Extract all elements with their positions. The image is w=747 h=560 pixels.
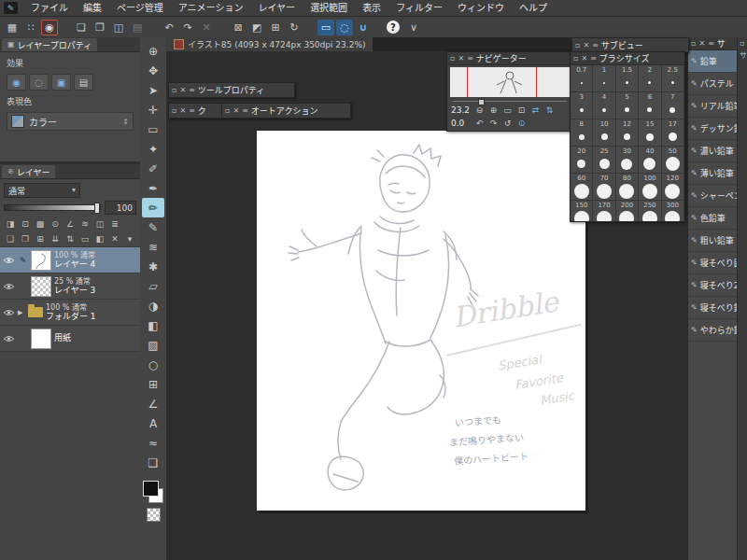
panel-close-icon[interactable]: ✕	[698, 40, 705, 48]
brush-size-cell[interactable]: 200	[616, 201, 639, 222]
panel-collapse-icon[interactable]: ▫	[450, 55, 455, 63]
layer-folder-row[interactable]: ▶ 100 % 通常 フォルダー 1	[0, 300, 140, 326]
panel-close-icon[interactable]: ✕	[458, 55, 464, 63]
menu-item[interactable]: ウィンドウ	[450, 0, 512, 16]
flip-horizontal-icon[interactable]: ⇄	[529, 105, 542, 116]
rotate-left-icon[interactable]: ↶	[473, 118, 486, 129]
actual-size-icon[interactable]: ⊡	[515, 105, 528, 116]
open-file-icon[interactable]: ❐	[92, 20, 108, 35]
panel-menu-icon[interactable]: ≡	[242, 107, 248, 115]
lock-transparent-pixels-icon[interactable]: ▩	[34, 217, 47, 230]
brush-size-cell[interactable]: 30	[616, 147, 639, 174]
apply-mask-icon[interactable]: ◧	[93, 232, 106, 245]
new-raster-layer-icon[interactable]: ❏	[4, 232, 17, 245]
opacity-slider-handle[interactable]	[94, 203, 100, 214]
layer-move-tool[interactable]: ✛	[142, 100, 164, 119]
lock-layer-icon[interactable]: ⊡	[19, 217, 32, 230]
brush-size-cell[interactable]: 15	[639, 119, 661, 147]
new-file-icon[interactable]: ❏	[73, 20, 90, 35]
panel-collapse-icon[interactable]: ▫	[573, 55, 578, 63]
app-logo-icon[interactable]: ✎	[4, 2, 18, 14]
brush-size-cell[interactable]: 2	[639, 65, 661, 92]
brush-size-cell[interactable]: 8	[571, 119, 593, 147]
subtool-item[interactable]: ✎ 濃い鉛筆	[688, 140, 738, 162]
panel-close-icon[interactable]: ✕	[179, 87, 186, 94]
menu-item[interactable]: 選択範囲	[303, 0, 355, 16]
visibility-eye-icon[interactable]	[3, 335, 15, 343]
brush-size-cell[interactable]: 25	[593, 147, 615, 174]
brush-size-cell[interactable]: 70	[593, 174, 615, 201]
deselect-icon[interactable]: ⊠	[230, 20, 247, 35]
brush-size-cell[interactable]: 60	[571, 174, 593, 201]
panel-collapse-icon[interactable]: ▫	[172, 87, 176, 94]
border-effect-icon[interactable]: ◉	[7, 74, 26, 91]
expression-color-select[interactable]: カラー ↕	[7, 112, 134, 131]
brush-size-cell[interactable]: 3	[571, 92, 593, 119]
ruler-tool[interactable]: ∠	[142, 394, 164, 413]
subtool-item[interactable]: ✎ 色鉛筆	[688, 207, 738, 230]
expand-selection-icon[interactable]: ⊞	[267, 20, 284, 35]
brush-size-panel[interactable]: ▫ ✕ ≡ ブラシサイズ 0.7 1 1.5 2	[570, 51, 685, 222]
help-icon[interactable]: ?	[387, 21, 400, 34]
zoom-value[interactable]: 23.2	[451, 105, 472, 115]
collapsed-panel-label[interactable]: サ	[738, 51, 747, 59]
selection-tool[interactable]: ▭	[142, 119, 164, 139]
selection-launcher-icon[interactable]: ▭	[317, 20, 334, 35]
subtool-item[interactable]: ✎ シャーペン	[688, 185, 738, 207]
brush-size-cell[interactable]: 100	[639, 174, 661, 201]
brush-size-cell[interactable]: 120	[662, 174, 684, 201]
auto-action-panel[interactable]: ▫ ✕ ≡ オートアクション	[221, 103, 351, 119]
zoom-tool[interactable]: ⊕	[142, 41, 164, 61]
brush-size-cell[interactable]: 12	[616, 119, 639, 147]
menu-item[interactable]: 編集	[76, 0, 109, 16]
snap-magnet-icon[interactable]: ∪	[355, 20, 372, 35]
text-tool[interactable]: A	[142, 413, 164, 433]
panel-menu-icon[interactable]: ≣	[108, 217, 121, 230]
rotate-right-icon[interactable]: ↷	[487, 118, 500, 129]
transfer-to-lower-icon[interactable]: ⇊	[49, 232, 62, 245]
layer-row-selected[interactable]: ✎ 100 % 通常 レイヤー 4	[0, 247, 140, 273]
panel-menu-icon[interactable]: ≡	[708, 40, 714, 48]
panel-collapse-icon[interactable]: ▫	[172, 107, 176, 115]
panel-close-icon[interactable]: ✕	[583, 42, 589, 49]
merge-with-lower-icon[interactable]: ⇅	[63, 232, 77, 245]
menu-item[interactable]: 表示	[355, 0, 388, 16]
save-file-icon[interactable]: ◫	[110, 20, 127, 35]
new-correction-layer-icon[interactable]: ⊞	[34, 232, 47, 245]
workspace-grid-icon[interactable]: ▦	[4, 20, 21, 35]
collapsed-palette-strip[interactable]: ▫ サ	[737, 37, 747, 560]
palette-dock-icon[interactable]: ∷	[22, 20, 39, 35]
enable-mask-icon[interactable]: ⊙	[49, 217, 62, 230]
fill-tool[interactable]: ◧	[142, 315, 164, 335]
flip-vertical-icon[interactable]: ⇅	[543, 105, 556, 116]
layer-panel-tab[interactable]: ≋ レイヤー	[2, 165, 55, 178]
subtool-item[interactable]: ✎ 寝そべり鉛	[688, 297, 738, 319]
expression-color-icon[interactable]: ▤	[74, 74, 93, 91]
brush-size-cell[interactable]: 2.5	[662, 65, 684, 92]
layer-thumbnail[interactable]	[31, 250, 51, 271]
operation-tool[interactable]: ➤	[142, 80, 164, 100]
panel-menu-icon[interactable]: ≡	[189, 87, 195, 94]
brush-size-cell[interactable]: 250	[639, 201, 661, 222]
undo-icon[interactable]: ↶	[161, 20, 177, 35]
brush-size-cell[interactable]: 1	[593, 65, 615, 92]
brush-size-cell[interactable]: 80	[616, 174, 639, 201]
paper-thumbnail[interactable]	[31, 329, 51, 349]
layer-row[interactable]: 25 % 通常 レイヤー 3	[0, 273, 140, 300]
brush-size-cell[interactable]: 6	[639, 92, 661, 119]
brush-size-cell[interactable]: 4	[593, 92, 615, 119]
subtool-item[interactable]: ✎ デッサン鉛	[688, 118, 738, 140]
menu-item[interactable]: ページ管理	[109, 0, 171, 16]
panel-menu-icon[interactable]: ≡	[189, 107, 195, 115]
pencil-tool[interactable]: ✏	[142, 198, 164, 217]
reset-display-icon[interactable]: ⊙	[515, 118, 528, 129]
brush-tool[interactable]: ✎	[142, 217, 164, 237]
stepper-icon[interactable]: ↕	[122, 118, 129, 126]
reset-rotation-icon[interactable]: ↺	[501, 118, 514, 129]
navigator-panel[interactable]: ▫ ✕ ≡ ナビゲーター 23.2 ⊖⊕▭⊡⇄⇅ 0.0 ↶↷↺⊙	[446, 51, 573, 132]
layer-property-tab[interactable]: ▣ レイヤープロパティ	[2, 38, 97, 51]
transparent-color-swatch[interactable]	[147, 508, 161, 522]
more-icon[interactable]: ▾	[123, 232, 136, 245]
gradient-tool[interactable]: ▨	[142, 335, 164, 355]
panel-collapse-icon[interactable]: ▫	[575, 42, 580, 49]
